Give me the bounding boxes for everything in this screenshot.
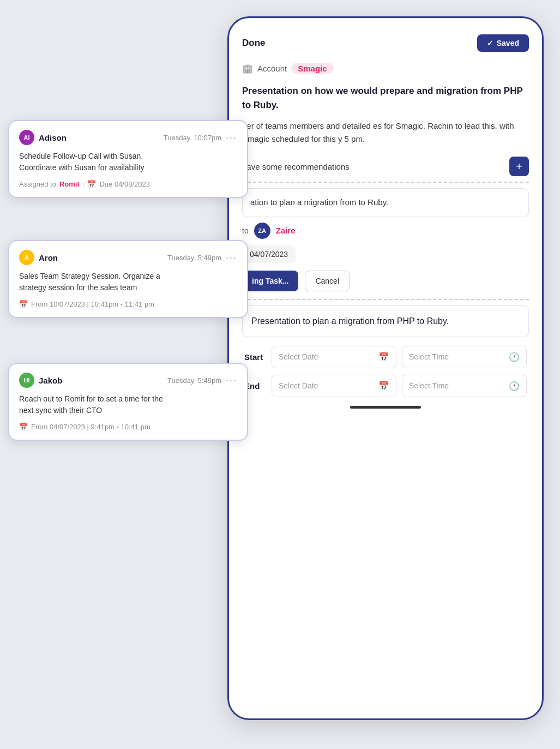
start-time-picker[interactable]: Select Time 🕐 (402, 346, 527, 368)
card-dots-2[interactable]: ··· (226, 252, 237, 263)
home-indicator (350, 406, 421, 409)
card-dots-3[interactable]: ··· (226, 375, 237, 386)
saved-button[interactable]: Saved (477, 34, 529, 52)
account-tag[interactable]: Smagic (291, 63, 333, 74)
aron-body: Sales Team Strategy Session. Organize as… (19, 271, 237, 293)
zaire-avatar: ZA (254, 223, 270, 239)
lower-migration-box: Presentation to plan a migration from PH… (242, 305, 529, 337)
end-time-clock-icon: 🕐 (509, 381, 520, 391)
main-title: Presentation on how we would prepare and… (242, 84, 529, 112)
divider-1 (242, 182, 529, 183)
end-row: End Select Date 📅 Select Time 🕐 (244, 375, 527, 397)
adison-assigned-name: Romil (59, 180, 79, 188)
calendar-icon-1: 📅 (87, 180, 96, 188)
adison-avatar: AI (19, 130, 34, 145)
start-date-text: Select Date (279, 352, 374, 361)
task-card-adison: AI Adison Tuesday, 10:07pm ··· Schedule … (8, 120, 248, 198)
card-user-adison: AI Adison (19, 130, 67, 145)
header-bar: Done Saved (242, 34, 529, 52)
cancel-button[interactable]: Cancel (305, 271, 350, 291)
task-card-jakob: HI Jakob Tuesday, 5:49pm ··· Reach out t… (8, 363, 248, 441)
recommendations-text: have some recommendations (242, 162, 350, 171)
lower-section: Presentation to plan a migration from PH… (242, 305, 529, 397)
account-row: 🏢 Account Smagic (242, 63, 529, 74)
action-row: ing Task... Cancel (242, 271, 529, 291)
card-header-2: A Aron Tuesday, 5:49pm ··· (19, 250, 237, 265)
start-time-clock-icon: 🕐 (509, 352, 520, 362)
start-label: Start (244, 352, 266, 362)
adison-footer: Assigned to Romil | 📅 Due 04/08/2023 (19, 180, 237, 188)
jakob-footer: 📅 From 04/07/2023 | 9:41pm - 10:41 pm (19, 423, 237, 431)
card-time-1: Tuesday, 10:07pm ··· (164, 132, 237, 143)
calendar-icon-2: 📅 (19, 300, 28, 308)
datetime-section: Start Select Date 📅 Select Time 🕐 End (242, 346, 529, 397)
card-time-2: Tuesday, 5:49pm ··· (167, 252, 237, 263)
start-date-calendar-icon: 📅 (378, 352, 389, 362)
done-button[interactable]: Done (242, 38, 266, 49)
jakob-name: Jakob (39, 376, 62, 385)
card-user-jakob: HI Jakob (19, 373, 62, 388)
aron-footer: 📅 From 10/07/2023 | 10:41pm - 11:41 pm (19, 300, 237, 308)
card-time-3: Tuesday, 5:49pm ··· (167, 375, 237, 386)
migration-box-1: ation to plan a migration from to Ruby. (242, 188, 529, 217)
plus-button[interactable]: + (509, 157, 529, 176)
aron-name: Aron (39, 253, 58, 262)
account-icon: 🏢 (242, 63, 253, 74)
adison-name: Adison (39, 133, 67, 142)
start-time-text: Select Time (409, 352, 504, 361)
end-time-text: Select Time (409, 381, 504, 390)
assign-name: Zaire (276, 226, 296, 235)
card-dots-1[interactable]: ··· (226, 132, 237, 143)
account-label: Account (257, 64, 287, 73)
phone-main: Done Saved 🏢 Account Smagic Presentation… (227, 16, 544, 720)
card-user-aron: A Aron (19, 250, 58, 265)
card-header-3: HI Jakob Tuesday, 5:49pm ··· (19, 373, 237, 388)
assign-row: to ZA Zaire (242, 223, 529, 239)
scene: Done Saved 🏢 Account Smagic Presentation… (0, 0, 560, 749)
jakob-from: From 04/07/2023 | 9:41pm - 10:41 pm (31, 423, 150, 431)
recommendations-row: have some recommendations + (242, 157, 529, 176)
adison-due: Due 04/08/2023 (99, 180, 150, 188)
start-row: Start Select Date 📅 Select Time 🕐 (244, 346, 527, 368)
main-body: ber of teams members and detailed es for… (242, 119, 529, 146)
aron-time: Tuesday, 5:49pm (167, 254, 221, 262)
creating-task-button[interactable]: ing Task... (242, 271, 298, 291)
calendar-icon-3: 📅 (19, 423, 28, 431)
jakob-time: Tuesday, 5:49pm (167, 376, 221, 385)
jakob-avatar: HI (19, 373, 34, 388)
jakob-body: Reach out to Romit for to set a time for… (19, 393, 237, 416)
end-time-picker[interactable]: Select Time 🕐 (402, 375, 527, 397)
adison-body: Schedule Follow-up Call with Susan.Coord… (19, 151, 237, 173)
card-header-1: AI Adison Tuesday, 10:07pm ··· (19, 130, 237, 145)
start-date-picker[interactable]: Select Date 📅 (272, 346, 396, 368)
end-date-text: Select Date (279, 381, 374, 390)
date-badge: 04/07/2023 (242, 245, 296, 263)
divider-2 (242, 299, 529, 300)
adison-time: Tuesday, 10:07pm (164, 134, 221, 142)
pipe-1: | (82, 180, 84, 188)
aron-avatar: A (19, 250, 34, 265)
end-date-picker[interactable]: Select Date 📅 (272, 375, 396, 397)
assigned-label: Assigned to (19, 180, 56, 188)
end-date-calendar-icon: 📅 (378, 381, 389, 391)
task-card-aron: A Aron Tuesday, 5:49pm ··· Sales Team St… (8, 240, 248, 318)
aron-from: From 10/07/2023 | 10:41pm - 11:41 pm (31, 300, 154, 308)
